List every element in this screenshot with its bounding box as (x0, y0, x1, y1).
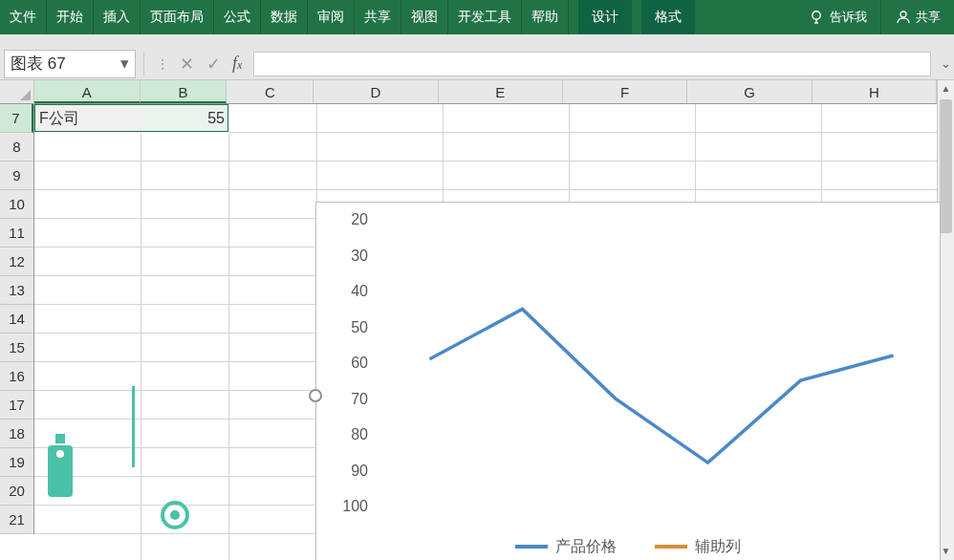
row-header-21[interactable]: 21 (0, 506, 33, 534)
sheet-area: ABCDEFGH 789101112131415161718192021 F公司… (0, 80, 954, 560)
legend-label-1: 辅助列 (695, 537, 741, 557)
legend-item-1[interactable]: 辅助列 (655, 537, 741, 557)
cancel-formula[interactable]: ✕ (173, 54, 200, 75)
legend-swatch-1 (655, 545, 687, 549)
tab-home[interactable]: 开始 (47, 0, 94, 34)
col-header-F[interactable]: F (563, 80, 687, 103)
ytick-40: 40 (351, 283, 368, 300)
row-header-7[interactable]: 7 (0, 104, 33, 133)
scroll-thumb[interactable] (940, 99, 952, 233)
cell-B7[interactable]: 55 (141, 104, 229, 133)
row-header-14[interactable]: 14 (0, 305, 33, 334)
col-header-B[interactable]: B (141, 80, 228, 103)
scroll-up[interactable]: ▲ (938, 80, 954, 97)
tab-help[interactable]: 帮助 (522, 0, 569, 34)
ribbon: 文件 开始 插入 页面布局 公式 数据 审阅 共享 视图 开发工具 帮助 设计 … (0, 0, 954, 34)
tab-chart-design[interactable]: 设计 (578, 0, 632, 34)
chart-handle-ml[interactable] (309, 389, 322, 402)
ytick-70: 70 (351, 391, 368, 408)
row-header-16[interactable]: 16 (0, 362, 33, 391)
formula-bar: 图表 67 ▾ ⋮ ✕ ✓ fx ⌄ (0, 48, 954, 80)
col-header-D[interactable]: D (314, 80, 438, 103)
target-shape[interactable] (161, 501, 189, 529)
legend-swatch-0 (515, 545, 548, 549)
col-header-A[interactable]: A (34, 80, 141, 103)
expand-formula-bar[interactable]: ⌄ (937, 56, 954, 71)
row-header-13[interactable]: 13 (0, 276, 33, 305)
cell-A7[interactable]: F公司 (34, 104, 141, 133)
tell-me-label: 告诉我 (830, 9, 867, 26)
ytick-50: 50 (351, 319, 368, 336)
tab-view[interactable]: 视图 (401, 0, 448, 34)
row-header-17[interactable]: 17 (0, 391, 33, 420)
row-header-15[interactable]: 15 (0, 334, 33, 362)
svg-point-3 (900, 11, 906, 17)
chart-plot: 2030405060708090100 (326, 203, 940, 523)
insert-function[interactable]: fx (227, 54, 248, 74)
enter-formula[interactable]: ✓ (200, 54, 227, 75)
person-icon (895, 10, 910, 25)
chart-plotarea (383, 220, 940, 506)
row-header-19[interactable]: 19 (0, 448, 33, 477)
col-header-H[interactable]: H (813, 80, 937, 103)
col-header-G[interactable]: G (687, 80, 812, 103)
bottle-shape[interactable] (48, 434, 73, 497)
chevron-down-icon: ▾ (120, 54, 129, 74)
row-headers: 789101112131415161718192021 (0, 104, 34, 534)
chart-object[interactable]: 2030405060708090100 产品价格 辅助列 (315, 202, 941, 560)
row-header-10[interactable]: 10 (0, 190, 33, 219)
tab-chart-format[interactable]: 格式 (641, 0, 695, 34)
fbar-dots[interactable]: ⋮ (152, 56, 173, 72)
ytick-100: 100 (342, 498, 368, 515)
share-label: 共享 (916, 9, 941, 26)
legend-label-0: 产品价格 (555, 537, 617, 557)
lightbulb-icon (809, 10, 824, 25)
name-box[interactable]: 图表 67 ▾ (4, 50, 136, 78)
green-bar-shape[interactable] (132, 386, 135, 467)
name-box-value: 图表 67 (11, 53, 66, 75)
row-header-12[interactable]: 12 (0, 248, 33, 276)
col-header-C[interactable]: C (227, 80, 314, 103)
tab-review[interactable]: 审阅 (308, 0, 355, 34)
tab-formulas[interactable]: 公式 (214, 0, 261, 34)
select-all[interactable] (0, 80, 34, 104)
svg-point-0 (813, 11, 820, 19)
tab-pagelayout[interactable]: 页面布局 (141, 0, 214, 34)
tab-data[interactable]: 数据 (261, 0, 308, 34)
tab-share[interactable]: 共享 (355, 0, 401, 34)
ytick-80: 80 (351, 426, 368, 443)
ytick-20: 20 (351, 211, 368, 228)
share-button[interactable]: 共享 (880, 0, 954, 34)
row-header-11[interactable]: 11 (0, 219, 33, 248)
tab-developer[interactable]: 开发工具 (448, 0, 522, 34)
ytick-60: 60 (351, 355, 368, 372)
formula-input[interactable] (253, 52, 931, 76)
row-header-18[interactable]: 18 (0, 420, 33, 448)
ribbon-collapsed-area (0, 34, 954, 48)
row-header-8[interactable]: 8 (0, 133, 33, 162)
ytick-30: 30 (351, 248, 368, 265)
ytick-90: 90 (351, 463, 368, 480)
tell-me[interactable]: 告诉我 (795, 0, 880, 34)
tab-file[interactable]: 文件 (0, 0, 47, 34)
col-header-E[interactable]: E (439, 80, 563, 103)
chart-legend: 产品价格 辅助列 (316, 528, 940, 560)
tab-insert[interactable]: 插入 (94, 0, 141, 34)
column-headers: ABCDEFGH (34, 80, 937, 104)
legend-item-0[interactable]: 产品价格 (515, 537, 617, 557)
chart-yaxis: 2030405060708090100 (326, 203, 374, 523)
row-header-20[interactable]: 20 (0, 477, 33, 506)
row-header-9[interactable]: 9 (0, 162, 33, 190)
